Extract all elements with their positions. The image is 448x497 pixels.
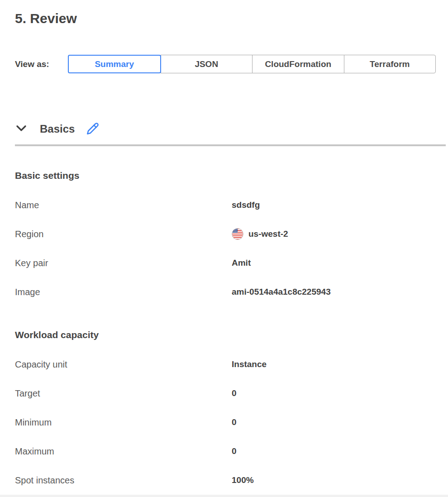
summary-row: Key pair Amit — [15, 257, 448, 286]
pencil-icon — [86, 122, 99, 136]
view-as-bar: View as: SummaryJSONCloudFormationTerraf… — [15, 55, 448, 73]
row-label: Minimum — [15, 416, 232, 428]
row-label: Capacity unit — [15, 358, 232, 370]
summary-groups: Basic settings Name sdsdfg Region — [15, 170, 448, 497]
summary-group: Workload capacity Capacity unit Instance… — [15, 329, 448, 497]
next-section-divider — [0, 495, 448, 497]
row-label: Spot instances — [15, 474, 232, 486]
view-as-tabs: SummaryJSONCloudFormationTerraform — [68, 55, 436, 73]
row-value: Instance — [232, 358, 267, 370]
row-value-text: us-west-2 — [248, 228, 288, 240]
row-label: Image — [15, 286, 232, 298]
summary-row: Spot instances 100% — [15, 474, 448, 497]
row-value: 0 — [232, 387, 237, 399]
row-value-text: 0 — [232, 445, 237, 457]
view-as-label: View as: — [15, 59, 68, 69]
review-step-panel: 5. Review View as: SummaryJSONCloudForma… — [0, 10, 448, 497]
summary-group: Basic settings Name sdsdfg Region — [15, 170, 448, 315]
row-value: 0 — [232, 445, 237, 457]
section-divider — [15, 144, 446, 146]
row-label: Region — [15, 228, 232, 240]
section-title: Basics — [40, 123, 75, 135]
collapse-toggle-button[interactable] — [16, 125, 27, 133]
page-title: 5. Review — [15, 10, 448, 27]
row-value-text: 100% — [232, 474, 254, 486]
row-label: Target — [15, 387, 232, 399]
summary-row: Minimum 0 — [15, 416, 448, 445]
row-label: Key pair — [15, 257, 232, 269]
group-heading: Basic settings — [15, 170, 448, 182]
row-value-text: Amit — [232, 257, 251, 269]
basics-section-header[interactable]: Basics — [15, 121, 448, 137]
summary-row: Capacity unit Instance — [15, 358, 448, 387]
group-rows: Name sdsdfg Region — [15, 199, 448, 315]
row-value-text: sdsdfg — [232, 199, 260, 211]
tab-cloudformation[interactable]: CloudFormation — [252, 55, 344, 73]
tab-terraform[interactable]: Terraform — [344, 55, 436, 73]
summary-row: Maximum 0 — [15, 445, 448, 474]
group-heading: Workload capacity — [15, 329, 448, 341]
row-value: sdsdfg — [232, 199, 260, 211]
row-value-text: ami-0514a4a1c8c225943 — [232, 286, 331, 298]
row-value: 100% — [232, 474, 254, 486]
row-label: Name — [15, 199, 232, 211]
row-label: Maximum — [15, 445, 232, 457]
tab-summary[interactable]: Summary — [68, 55, 161, 73]
row-value: 0 — [232, 416, 237, 428]
row-value: Amit — [232, 257, 251, 269]
edit-basics-button[interactable] — [86, 123, 99, 135]
row-value: us-west-2 — [232, 228, 288, 240]
summary-row: Region — [15, 228, 448, 257]
summary-row: Image ami-0514a4a1c8c225943 — [15, 286, 448, 315]
group-rows: Capacity unit Instance Target 0 Minimum … — [15, 358, 448, 497]
row-value-text: 0 — [232, 416, 237, 428]
row-value: ami-0514a4a1c8c225943 — [232, 286, 331, 298]
tab-json[interactable]: JSON — [161, 55, 253, 73]
summary-row: Target 0 — [15, 387, 448, 416]
row-value-text: Instance — [232, 358, 267, 370]
chevron-down-icon — [16, 125, 27, 133]
row-value-text: 0 — [232, 387, 237, 399]
summary-row: Name sdsdfg — [15, 199, 448, 228]
us-flag-icon — [232, 228, 243, 240]
